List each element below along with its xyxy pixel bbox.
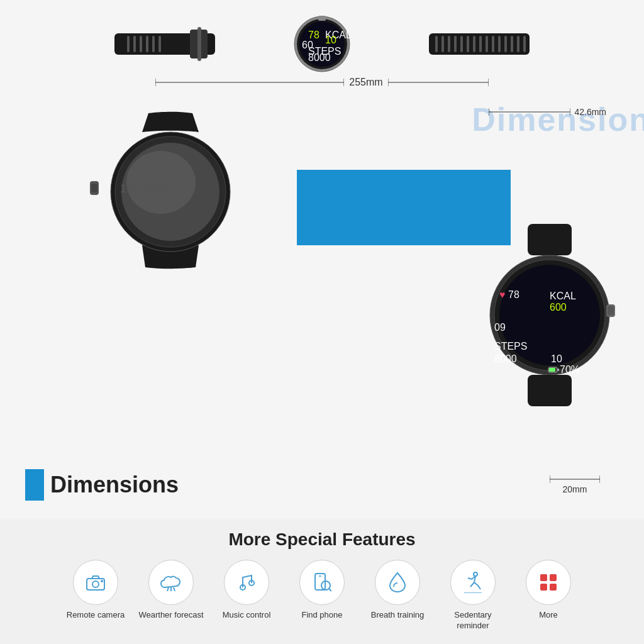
svg-rect-4 [146, 36, 148, 52]
svg-rect-2 [133, 36, 136, 52]
feature-label-3: Find phone [301, 610, 342, 621]
svg-text:600: 600 [550, 302, 567, 313]
svg-rect-33 [517, 36, 519, 52]
feature-icon-0 [73, 560, 118, 605]
top-section: 78 60 KCAL 10 STEPS 8000 [0, 0, 644, 94]
feature-icon-4 [375, 560, 420, 605]
svg-text:70%: 70% [560, 364, 580, 375]
svg-rect-46 [91, 184, 97, 192]
svg-rect-89 [550, 584, 557, 591]
svg-text:8000: 8000 [494, 353, 517, 364]
feature-label-0: Remote camera [67, 610, 125, 621]
feature-label-6: More [539, 610, 558, 621]
feature-item-5: Sedentary reminder [438, 560, 508, 631]
svg-text:KCAL: KCAL [550, 291, 576, 301]
feature-item-3: Find phone [287, 560, 357, 621]
svg-rect-28 [486, 36, 488, 52]
svg-rect-18 [318, 16, 326, 21]
svg-text:78: 78 [308, 30, 319, 40]
watch-top-view: 78 60 KCAL 10 STEPS 8000 [108, 13, 536, 75]
feature-icon-6 [526, 560, 571, 605]
feature-item-4: Breath training [363, 560, 432, 621]
svg-rect-23 [454, 36, 457, 52]
svg-rect-21 [441, 36, 444, 52]
svg-text:8000: 8000 [308, 52, 331, 63]
watch-top-svg: 78 60 KCAL 10 STEPS 8000 [108, 16, 536, 72]
dimensions-label-box: Dimensions [25, 469, 179, 501]
measurement-line-top [155, 77, 344, 87]
svg-text:78: 78 [508, 289, 519, 300]
dimensions-label: Dimensions [50, 472, 179, 498]
svg-rect-50 [528, 224, 572, 255]
feature-icon-3 [299, 560, 345, 605]
features-section: More Special Features Remote cameraWeart… [0, 519, 644, 644]
svg-rect-30 [498, 36, 501, 52]
svg-point-73 [92, 581, 99, 587]
svg-rect-34 [523, 36, 526, 52]
svg-rect-22 [448, 36, 450, 52]
middle-section: Dimension [0, 94, 644, 519]
watch-front-svg: ♥ 78 09 KCAL 600 STEPS 8000 10 7 [480, 224, 619, 406]
svg-rect-87 [550, 574, 557, 581]
svg-point-74 [101, 580, 103, 582]
feature-icon-1 [148, 560, 194, 605]
svg-rect-86 [540, 574, 547, 581]
svg-rect-68 [528, 375, 572, 406]
feature-item-6: More [514, 560, 583, 621]
svg-rect-88 [540, 584, 547, 591]
watch-side-view: 165-235mm [89, 107, 252, 270]
svg-rect-6 [158, 36, 161, 52]
feature-icon-2 [224, 560, 269, 605]
svg-rect-29 [492, 36, 494, 52]
width-value: 42.6mm [574, 107, 606, 117]
watch-front-view: ♥ 78 09 KCAL 600 STEPS 8000 10 7 [480, 224, 619, 409]
svg-line-77 [174, 587, 175, 591]
svg-text:10: 10 [325, 35, 336, 45]
svg-line-83 [329, 589, 331, 591]
feature-item-2: Music control [212, 560, 281, 621]
svg-rect-20 [435, 36, 438, 52]
feature-label-5: Sedentary reminder [438, 610, 508, 631]
svg-rect-8 [197, 27, 201, 61]
top-measurement: 255mm [155, 77, 488, 88]
features-title: More Special Features [228, 530, 415, 550]
width-measurement: 42.6mm [489, 107, 606, 117]
svg-rect-25 [467, 36, 469, 52]
svg-text:STEPS: STEPS [494, 341, 527, 352]
feature-label-2: Music control [223, 610, 271, 621]
svg-line-75 [167, 587, 169, 591]
svg-rect-27 [479, 36, 482, 52]
feature-label-4: Breath training [371, 610, 425, 621]
svg-text:10: 10 [551, 353, 562, 364]
svg-rect-64 [549, 368, 555, 372]
svg-rect-31 [504, 36, 507, 52]
band-measurement: 20mm [550, 474, 600, 494]
svg-text:♥: ♥ [499, 289, 506, 300]
svg-rect-67 [608, 306, 614, 315]
blue-accent-rect [25, 469, 44, 501]
svg-text:09: 09 [494, 322, 506, 333]
main-container: 78 60 KCAL 10 STEPS 8000 [0, 0, 644, 644]
svg-rect-63 [557, 369, 559, 371]
left-part: 165-235mm Dimensions [25, 101, 316, 507]
svg-rect-32 [511, 36, 513, 52]
feature-icon-5 [450, 560, 496, 605]
feature-item-0: Remote camera [61, 560, 130, 621]
feature-label-1: Wearther forecast [138, 610, 203, 621]
features-grid: Remote cameraWearther forecastMusic cont… [61, 560, 583, 631]
svg-rect-3 [140, 36, 142, 52]
svg-rect-26 [473, 36, 475, 52]
top-dimension-value: 255mm [349, 77, 382, 88]
blue-highlight-bar [297, 170, 511, 245]
measurement-line-top-right [388, 77, 489, 87]
band-value: 20mm [563, 484, 587, 494]
band-line [550, 474, 600, 484]
side-measurement: 165-235mm [120, 182, 180, 196]
svg-rect-1 [127, 36, 130, 52]
svg-point-84 [474, 572, 477, 576]
width-line [489, 107, 570, 117]
right-part: 42.6mm ♥ 78 09 [328, 101, 619, 507]
svg-rect-24 [460, 36, 463, 52]
svg-rect-5 [152, 36, 155, 52]
feature-item-1: Wearther forecast [136, 560, 206, 621]
